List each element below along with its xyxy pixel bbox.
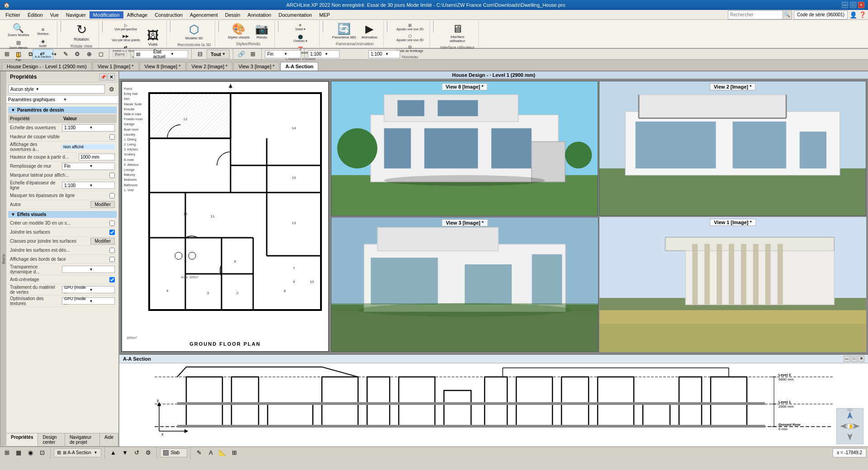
settings-btn2[interactable]: ⚙ bbox=[143, 448, 153, 458]
v-bar-toggle[interactable]: Barre bbox=[0, 71, 6, 446]
view2-pane[interactable]: View 2 [Image] * bbox=[599, 81, 866, 216]
classes-joindre-button[interactable]: Modifier bbox=[90, 238, 115, 244]
hauteur-coupe-visible-checkbox[interactable] bbox=[109, 134, 115, 140]
grid-btn2[interactable]: ⊞ bbox=[229, 448, 239, 458]
menu-construction[interactable]: Construction bbox=[151, 11, 186, 19]
menu-agencement[interactable]: Agencement bbox=[186, 11, 222, 19]
menu-edition[interactable]: Édition bbox=[24, 11, 47, 19]
affichage-bords-checkbox[interactable] bbox=[109, 257, 115, 262]
menu-annotation[interactable]: Annotation bbox=[244, 11, 275, 19]
menu-vue[interactable]: Vue bbox=[47, 11, 62, 19]
echelle-ouvertures-combo[interactable]: 1:100▼ bbox=[62, 124, 115, 132]
close-button[interactable]: ✕ bbox=[858, 2, 864, 8]
measure-btn[interactable]: 📐 bbox=[217, 448, 227, 458]
material-label-box[interactable]: Slab bbox=[160, 448, 187, 457]
tab-house-design[interactable]: House Design - · Level 1 (2900 mm) bbox=[2, 62, 92, 70]
section-effets-header[interactable]: ▼ Effets visuels bbox=[8, 211, 117, 218]
soleil-button[interactable]: ☀ Soleil ▾ bbox=[290, 22, 311, 33]
joindre-surfaces-des-checkbox[interactable] bbox=[109, 248, 115, 253]
tab-view8[interactable]: View 8 [Image] * bbox=[140, 62, 186, 70]
params-combo[interactable]: Paramètres graphiques ▼ bbox=[6, 96, 118, 104]
style-settings-icon[interactable]: ⚙ bbox=[107, 84, 117, 94]
view3-pane[interactable]: View 3 [Image] * bbox=[331, 217, 599, 352]
search-box[interactable]: 🔍 bbox=[728, 10, 792, 19]
snap-btn2[interactable]: ▦ bbox=[14, 448, 24, 458]
styles-visuels-button[interactable]: 🎨 Styles visuels bbox=[226, 22, 252, 40]
vue-perspective-button[interactable]: ▷ Vue perspective bbox=[109, 22, 142, 32]
section-maximize-button[interactable]: □ bbox=[851, 356, 857, 362]
menu-fichier[interactable]: Fichier bbox=[2, 11, 24, 19]
quick-bar-btn4[interactable]: ↩ bbox=[37, 49, 47, 59]
modele-3d-button[interactable]: ⬡ Modèle 3D bbox=[183, 22, 205, 42]
menu-naviguer[interactable]: Naviguer bbox=[62, 11, 90, 19]
tout-button[interactable]: Tout ▼ bbox=[207, 50, 230, 59]
panel-pin-button[interactable]: 📌 bbox=[99, 73, 107, 80]
tab-view2[interactable]: View 2 [Image] * bbox=[187, 62, 233, 70]
transparence-combo[interactable]: ▼ bbox=[62, 266, 115, 273]
niveaux-button[interactable]: ≡ Niveaux bbox=[33, 25, 54, 37]
etat-actuel-combo[interactable]: ▤ État actuel ▼ bbox=[134, 50, 188, 58]
text-btn[interactable]: A bbox=[206, 448, 216, 458]
fin-combo[interactable]: Fin ▼ bbox=[265, 50, 301, 58]
isoler-button[interactable]: ◈ Isoler bbox=[33, 37, 54, 49]
view8-pane[interactable]: View 8 [Image] * bbox=[331, 81, 598, 216]
menu-mep[interactable]: MEP bbox=[316, 11, 334, 19]
up-arrow-btn[interactable]: ▲ bbox=[108, 448, 118, 458]
section-close-button[interactable]: ✕ bbox=[858, 356, 864, 362]
traitement-combo[interactable]: GPU (mode ...▼ bbox=[62, 286, 115, 293]
section-dessin-header[interactable]: ▼ Paramètres de dessin bbox=[8, 107, 117, 113]
pen-btn[interactable]: ✎ bbox=[194, 448, 204, 458]
grid-icon[interactable]: ⊞ bbox=[248, 49, 258, 59]
view1-pane[interactable]: View 1 [Image] * bbox=[599, 217, 866, 352]
anti-crenelage-checkbox[interactable] bbox=[109, 277, 115, 282]
section-minimize-button[interactable]: — bbox=[844, 356, 850, 362]
menu-modification[interactable]: Modification bbox=[90, 11, 123, 19]
vue-deux-points-button[interactable]: ▶▶ Vue par deux points bbox=[109, 33, 142, 43]
ombres-button[interactable]: 🌑 Ombres ▾ bbox=[290, 33, 311, 44]
panel-close-button[interactable]: ✕ bbox=[108, 73, 115, 80]
panel-tab-design[interactable]: Design center bbox=[38, 433, 65, 446]
section-view[interactable]: x y Level 2 5600 mm Level 1 2900 mm Grou… bbox=[119, 363, 868, 447]
bottom-section-label[interactable]: ⊞ ⊞ A-A Section ▼ bbox=[54, 448, 101, 457]
minimize-button[interactable]: — bbox=[842, 2, 848, 8]
help-icon[interactable]: ❓ bbox=[859, 11, 866, 18]
interface-utilisateur-button[interactable]: 🖥 Interface utilisateur bbox=[443, 22, 472, 44]
snap-btn3[interactable]: ◉ bbox=[25, 448, 35, 458]
snap-btn1[interactable]: ⊞ bbox=[2, 448, 12, 458]
ajouter-vue-3d-button[interactable]: ⬡ Ajouter une vue 3D bbox=[394, 33, 426, 43]
remplissage-mur-combo[interactable]: Fin▼ bbox=[62, 163, 115, 170]
down-arrow-btn[interactable]: ▼ bbox=[120, 448, 130, 458]
quick-bar-btn7[interactable]: ⚙ bbox=[72, 49, 82, 59]
scale2-combo[interactable]: 1:100 ▼ bbox=[368, 50, 400, 58]
quick-bar-btn5[interactable]: ↪ bbox=[49, 49, 59, 59]
snap-btn4[interactable]: ⊡ bbox=[37, 448, 47, 458]
vues-main-button[interactable]: 🖼 Vues bbox=[143, 28, 163, 48]
quick-bar-btn6[interactable]: ✎ bbox=[61, 49, 71, 59]
filter-icon[interactable]: 🔗 bbox=[236, 49, 246, 59]
tab-view3[interactable]: View 3 [Image] * bbox=[233, 62, 279, 70]
zoom-fenetre-button[interactable]: 🔍 Zoom fenêtre bbox=[5, 22, 32, 38]
quick-bar-btn2[interactable]: ◫ bbox=[14, 49, 24, 59]
quick-bar-btn3[interactable]: ⧉ bbox=[25, 49, 35, 59]
marqueur-lateral-checkbox[interactable] bbox=[109, 173, 115, 178]
echelle-epaisseur-combo[interactable]: 1:100▼ bbox=[62, 182, 115, 189]
menu-documentation[interactable]: Documentation bbox=[275, 11, 316, 19]
panel-tab-aide[interactable]: Aide bbox=[100, 433, 118, 446]
menu-affichage[interactable]: Affichage bbox=[123, 11, 151, 19]
optimisation-combo[interactable]: GPU (mode ...▼ bbox=[62, 297, 115, 305]
joindre-surfaces-checkbox[interactable] bbox=[109, 230, 115, 235]
panorama-360-button[interactable]: 🔄 Panorama 360 bbox=[330, 22, 358, 40]
autre-modifier-button[interactable]: Modifier bbox=[90, 201, 115, 208]
tab-aa-section[interactable]: A-A Section bbox=[280, 62, 318, 70]
tab-view1[interactable]: View 1 [Image] * bbox=[93, 62, 139, 70]
search-button[interactable]: 🔍 bbox=[783, 11, 792, 19]
masquer-epaisseurs-checkbox[interactable] bbox=[109, 193, 115, 198]
quick-bar-btn1[interactable]: ⊞ bbox=[2, 49, 12, 59]
search-input[interactable] bbox=[728, 12, 783, 17]
scale1-combo[interactable]: 1:100 ▼ bbox=[308, 50, 340, 58]
floor-plan-pane[interactable]: Porch Entry Hall Den Master Suite Ensuit… bbox=[121, 81, 329, 352]
rotate-btn[interactable]: ↺ bbox=[132, 448, 142, 458]
maximize-button[interactable]: □ bbox=[850, 2, 856, 8]
creer-modele-3d-checkbox[interactable] bbox=[109, 221, 115, 226]
quick-bar-btn9[interactable]: ◻ bbox=[96, 49, 106, 59]
